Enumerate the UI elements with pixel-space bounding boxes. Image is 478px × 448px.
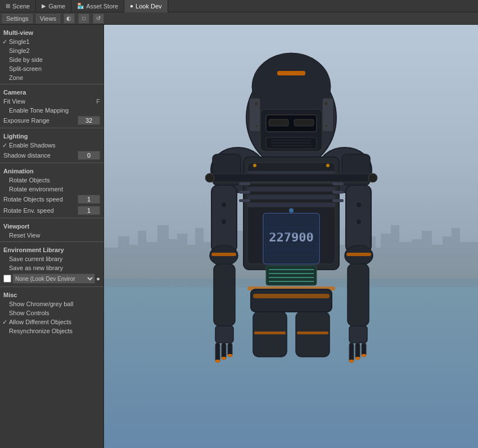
svg-rect-92 xyxy=(239,199,250,202)
tab-scene[interactable]: ⊞ Scene xyxy=(0,0,36,12)
rotate-objects-speed-input[interactable] xyxy=(78,195,100,204)
svg-rect-99 xyxy=(214,264,235,326)
enable-tone-mapping-item[interactable]: Enable Tone Mapping xyxy=(0,106,103,115)
scene-icon: ⊞ xyxy=(6,3,10,9)
svg-point-131 xyxy=(253,164,256,167)
rotate-objects-speed-label: Rotate Objects speed xyxy=(3,196,75,203)
fit-view-shortcut: F xyxy=(96,98,100,105)
viewport-header: Viewport xyxy=(0,221,103,231)
side-by-side-item[interactable]: Side by side xyxy=(0,55,103,64)
divider-2 xyxy=(0,128,103,128)
environment-select[interactable]: None (Look Dev Enviror xyxy=(12,274,95,284)
single2-item[interactable]: Single2 xyxy=(0,46,103,55)
fit-view-label[interactable]: Fit View xyxy=(3,98,94,105)
svg-rect-100 xyxy=(215,326,233,343)
tab-asset-store[interactable]: 🏪 Asset Store xyxy=(71,0,124,12)
game-icon: ▶ xyxy=(42,3,46,9)
svg-point-133 xyxy=(289,208,294,213)
svg-rect-106 xyxy=(228,354,232,357)
divider-5 xyxy=(0,241,103,242)
settings-dropdown[interactable]: Settings xyxy=(2,14,33,23)
layout-button[interactable]: □ xyxy=(78,14,89,24)
svg-rect-115 xyxy=(349,360,354,362)
svg-rect-130 xyxy=(297,331,328,334)
views-dropdown[interactable]: Views xyxy=(36,14,60,23)
env-checkbox[interactable] xyxy=(3,275,11,283)
fit-view-row: Fit View F xyxy=(0,97,103,106)
reset-view-button[interactable]: Reset View xyxy=(0,231,103,240)
svg-rect-118 xyxy=(207,174,376,182)
svg-rect-94 xyxy=(332,191,344,194)
lighting-header: Lighting xyxy=(0,131,103,141)
svg-rect-84 xyxy=(266,266,317,285)
save-as-new-library-button[interactable]: Save as new library xyxy=(0,263,103,272)
svg-rect-116 xyxy=(355,357,360,360)
svg-rect-53 xyxy=(294,119,314,126)
exposure-range-input[interactable] xyxy=(78,116,100,125)
rotate-environment-item[interactable]: Rotate environment xyxy=(0,185,103,194)
svg-rect-129 xyxy=(254,331,286,334)
tab-game[interactable]: ▶ Game xyxy=(36,0,71,12)
svg-rect-110 xyxy=(348,264,369,326)
asset-store-icon: 🏪 xyxy=(77,3,84,9)
svg-rect-74 xyxy=(247,203,335,207)
animation-header: Animation xyxy=(0,165,103,176)
robot-model: 227900 xyxy=(151,30,432,447)
camera-header: Camera xyxy=(0,87,103,97)
svg-rect-112 xyxy=(349,343,354,362)
show-chrome-grey-ball-button[interactable]: Show Chrome/grey ball xyxy=(0,299,103,308)
tone-button[interactable]: ◐ xyxy=(64,14,75,24)
svg-rect-105 xyxy=(222,357,226,360)
svg-rect-90 xyxy=(239,182,250,185)
env-library-header: Environment Library xyxy=(0,244,103,254)
svg-point-61 xyxy=(324,124,328,128)
svg-rect-117 xyxy=(362,354,366,357)
rotate-env-speed-label: Rotate Env. speed xyxy=(3,207,75,214)
svg-point-58 xyxy=(254,101,259,106)
rotate-env-speed-row: Rotate Env. speed xyxy=(0,205,103,216)
svg-rect-33 xyxy=(430,245,444,287)
zone-item[interactable]: Zone xyxy=(0,73,103,82)
save-current-library-button[interactable]: Save current library xyxy=(0,254,103,263)
settings-panel: Multi-view Single1 Single2 Side by side … xyxy=(0,25,104,448)
shadow-distance-input[interactable] xyxy=(78,151,100,160)
svg-rect-52 xyxy=(269,119,288,126)
svg-point-120 xyxy=(368,173,377,182)
svg-rect-109 xyxy=(346,253,371,256)
show-controls-button[interactable]: Show Controls xyxy=(0,308,103,317)
resynchronize-objects-button[interactable]: Resynchronize Objects xyxy=(0,326,103,335)
svg-rect-104 xyxy=(215,360,220,362)
shadow-distance-row: Shadow distance xyxy=(0,150,103,161)
viewport: 227900 xyxy=(104,25,478,448)
svg-text:227900: 227900 xyxy=(269,230,313,244)
svg-rect-125 xyxy=(251,289,332,312)
look-dev-icon: ● xyxy=(130,3,133,9)
single1-item[interactable]: Single1 xyxy=(0,37,103,46)
divider-1 xyxy=(0,84,103,84)
divider-3 xyxy=(0,163,103,163)
split-screen-item[interactable]: Split-screen xyxy=(0,64,103,73)
svg-rect-126 xyxy=(253,294,330,298)
main-layout: Multi-view Single1 Single2 Side by side … xyxy=(0,25,478,448)
svg-point-121 xyxy=(221,202,227,208)
svg-point-59 xyxy=(324,101,328,106)
svg-point-123 xyxy=(356,202,362,208)
svg-point-119 xyxy=(205,173,214,182)
divider-4 xyxy=(0,218,103,218)
misc-header: Misc xyxy=(0,289,103,299)
shadow-distance-label: Shadow distance xyxy=(3,152,75,159)
svg-rect-111 xyxy=(349,326,367,343)
svg-point-60 xyxy=(255,124,258,128)
svg-rect-36 xyxy=(458,242,478,287)
svg-rect-47 xyxy=(277,71,305,75)
allow-different-objects-item[interactable]: Allow Different Objects xyxy=(0,317,103,326)
rotate-button[interactable]: ↺ xyxy=(93,14,104,24)
tab-look-dev[interactable]: ● Look Dev xyxy=(124,0,168,12)
svg-rect-91 xyxy=(239,191,250,194)
env-dropdown-icon[interactable]: ● xyxy=(96,275,100,282)
rotate-env-speed-input[interactable] xyxy=(78,206,100,215)
environment-dropdown-row: None (Look Dev Enviror ● xyxy=(0,272,103,285)
enable-shadows-item[interactable]: Enable Shadows xyxy=(0,141,103,150)
rotate-objects-item[interactable]: Rotate Objects xyxy=(0,176,103,185)
svg-point-124 xyxy=(356,219,362,225)
